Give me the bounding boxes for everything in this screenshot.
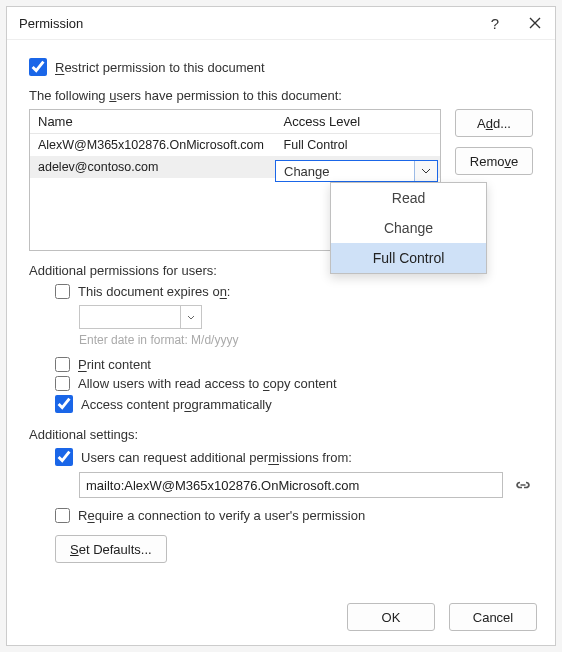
copy-input[interactable] — [55, 376, 70, 391]
expiry-date-input[interactable] — [79, 305, 181, 329]
verify-checkbox[interactable]: Require a connection to verify a user's … — [55, 508, 533, 523]
expires-label: This document expires on: — [78, 284, 230, 299]
expires-input[interactable] — [55, 284, 70, 299]
verify-label: Require a connection to verify a user's … — [78, 508, 365, 523]
programmatic-checkbox[interactable]: Access content programmatically — [55, 395, 533, 413]
request-email-input[interactable]: mailto:AlexW@M365x102876.OnMicrosoft.com — [79, 472, 503, 498]
titlebar: Permission ? — [7, 7, 555, 40]
cancel-button[interactable]: Cancel — [449, 603, 537, 631]
access-level-dropdown[interactable]: Read Change Full Control — [330, 182, 487, 274]
link-icon[interactable] — [513, 479, 533, 491]
chevron-down-icon[interactable] — [414, 161, 437, 181]
help-icon: ? — [491, 15, 499, 32]
access-level-combo[interactable]: Change — [275, 160, 438, 182]
copy-checkbox[interactable]: Allow users with read access to copy con… — [55, 376, 533, 391]
close-button[interactable] — [515, 7, 555, 39]
request-label: Users can request additional permissions… — [81, 450, 352, 465]
print-label: Print content — [78, 357, 151, 372]
col-name[interactable]: Name — [30, 110, 276, 134]
col-access[interactable]: Access Level — [276, 110, 440, 134]
remove-button[interactable]: Remove — [455, 147, 533, 175]
restrict-permission-checkbox[interactable]: Restrict permission to this document — [29, 58, 533, 76]
cell-access: Full Control — [276, 134, 440, 157]
close-icon — [529, 17, 541, 29]
expires-checkbox[interactable]: This document expires on: — [55, 284, 533, 299]
ok-button[interactable]: OK — [347, 603, 435, 631]
users-table[interactable]: Name Access Level AlexW@M365x102876.OnMi… — [29, 109, 441, 251]
programmatic-label: Access content programmatically — [81, 397, 272, 412]
cell-name: AlexW@M365x102876.OnMicrosoft.com — [30, 134, 276, 157]
restrict-permission-label: Restrict permission to this document — [55, 60, 265, 75]
access-level-value: Change — [276, 164, 414, 179]
restrict-permission-input[interactable] — [29, 58, 47, 76]
cell-name: adelev@contoso.com — [30, 156, 276, 178]
add-button[interactable]: Add... — [455, 109, 533, 137]
permission-dialog: Permission ? Restrict permission to this… — [6, 6, 556, 646]
request-email-value: mailto:AlexW@M365x102876.OnMicrosoft.com — [86, 478, 359, 493]
dialog-title: Permission — [19, 16, 475, 31]
dropdown-option-read[interactable]: Read — [331, 183, 486, 213]
programmatic-input[interactable] — [55, 395, 73, 413]
print-checkbox[interactable]: Print content — [55, 357, 533, 372]
users-intro: The following users have permission to t… — [29, 88, 533, 103]
chevron-down-icon — [187, 315, 195, 320]
copy-label: Allow users with read access to copy con… — [78, 376, 337, 391]
set-defaults-button[interactable]: Set Defaults... — [55, 535, 167, 563]
dropdown-option-fullcontrol[interactable]: Full Control — [331, 243, 486, 273]
dropdown-option-change[interactable]: Change — [331, 213, 486, 243]
expiry-date-picker-button[interactable] — [181, 305, 202, 329]
help-button[interactable]: ? — [475, 7, 515, 39]
print-input[interactable] — [55, 357, 70, 372]
table-row[interactable]: AlexW@M365x102876.OnMicrosoft.com Full C… — [30, 134, 440, 157]
request-checkbox[interactable]: Users can request additional permissions… — [55, 448, 533, 466]
verify-input[interactable] — [55, 508, 70, 523]
date-format-hint: Enter date in format: M/d/yyyy — [79, 333, 533, 347]
request-input[interactable] — [55, 448, 73, 466]
additional-settings-label: Additional settings: — [29, 427, 533, 442]
